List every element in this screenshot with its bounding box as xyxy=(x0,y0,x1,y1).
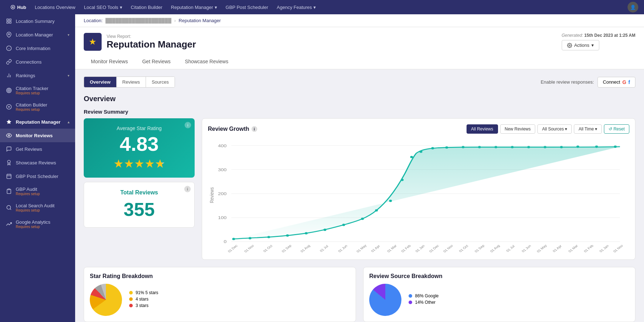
svg-text:200: 200 xyxy=(218,191,226,196)
review-summary-column: i Average Star Rating 4.83 ★★★★★★ i Tota… xyxy=(84,118,195,260)
chart-header: Review Growth i All Reviews New Reviews … xyxy=(208,124,629,134)
user-avatar[interactable]: 👤 xyxy=(628,2,638,13)
nav-agency-features[interactable]: Agency Features ▾ xyxy=(273,0,320,14)
svg-point-53 xyxy=(420,150,423,153)
nav-locations-overview[interactable]: Locations Overview xyxy=(30,0,79,14)
svg-text:01 Jul: 01 Jul xyxy=(319,244,329,252)
sub-tab-reviews[interactable]: Reviews xyxy=(117,77,146,87)
sidebar-item-citation-builder[interactable]: Citation Builder Requires setup xyxy=(0,99,75,115)
clipboard-icon xyxy=(6,188,12,194)
review-source-breakdown-card: Review Source Breakdown 86% Google 14% O… xyxy=(363,267,635,322)
connect-button[interactable]: Connect G f xyxy=(597,77,635,88)
tab-get-reviews[interactable]: Get Reviews xyxy=(135,55,177,69)
svg-point-59 xyxy=(511,146,514,148)
svg-point-27 xyxy=(7,205,11,209)
facebook-icon: f xyxy=(628,79,630,85)
chart-info-icon[interactable]: i xyxy=(252,126,257,132)
review-summary-label: Review Summary xyxy=(84,109,635,115)
svg-text:300: 300 xyxy=(218,167,226,172)
sidebar-item-monitor-reviews[interactable]: Monitor Reviews xyxy=(0,129,75,142)
plus-circle-icon xyxy=(6,104,12,110)
grid-icon xyxy=(6,18,12,24)
svg-point-6 xyxy=(8,34,10,35)
svg-point-45 xyxy=(305,232,308,234)
sidebar-item-reputation-manager[interactable]: Reputation Manager ▴ xyxy=(0,115,75,129)
sub-tabs-row: Overview Reviews Sources Enable review r… xyxy=(84,76,635,88)
svg-point-50 xyxy=(389,200,392,202)
inner-content: Overview Reviews Sources Enable review r… xyxy=(75,69,644,322)
svg-point-60 xyxy=(527,146,530,148)
svg-text:01 Nov: 01 Nov xyxy=(613,244,624,252)
svg-line-28 xyxy=(10,209,11,210)
sidebar-item-local-search-audit[interactable]: Local Search Audit Requires setup xyxy=(0,199,75,216)
sidebar-item-connections[interactable]: Connections xyxy=(0,55,75,69)
overview-section-title: Overview xyxy=(84,95,635,103)
all-time-btn[interactable]: All Time xyxy=(574,124,602,134)
svg-point-48 xyxy=(361,218,364,220)
svg-text:01 Sep: 01 Sep xyxy=(281,244,292,252)
total-reviews-card: i Total Reviews 355 xyxy=(84,182,195,228)
sidebar-item-get-reviews[interactable]: Get Reviews xyxy=(0,142,75,156)
generated-info: Generated: 15th Dec 2023 at 1:25 AM xyxy=(562,33,635,38)
svg-point-58 xyxy=(494,146,497,148)
svg-point-57 xyxy=(478,146,481,148)
tab-monitor-reviews[interactable]: Monitor Reviews xyxy=(84,55,135,69)
calendar-icon xyxy=(6,173,12,179)
sidebar-item-location-summary[interactable]: Location Summary xyxy=(0,14,75,28)
page-tabs: Monitor Reviews Get Reviews Showcase Rev… xyxy=(84,55,635,69)
svg-text:01 Aug: 01 Aug xyxy=(299,244,311,252)
svg-text:01 Feb: 01 Feb xyxy=(583,244,594,252)
sub-tab-overview[interactable]: Overview xyxy=(84,77,117,87)
svg-text:01 Oct: 01 Oct xyxy=(458,244,469,252)
total-reviews-info-icon[interactable]: i xyxy=(184,186,191,192)
nav-hub[interactable]: Hub xyxy=(6,0,30,14)
all-reviews-btn[interactable]: All Reviews xyxy=(467,124,498,134)
sidebar-item-citation-tracker[interactable]: Citation Tracker Requires setup xyxy=(0,82,75,99)
svg-text:01 Apr: 01 Apr xyxy=(370,244,381,252)
svg-text:01 Dec: 01 Dec xyxy=(428,244,440,252)
sidebar-item-location-manager[interactable]: Location Manager ▾ xyxy=(0,28,75,41)
svg-point-29 xyxy=(569,45,570,46)
nav-reputation-manager[interactable]: Reputation Manager ▾ xyxy=(167,0,221,14)
reset-btn[interactable]: ↺ Reset xyxy=(604,124,629,134)
star-breakdown-pie xyxy=(90,284,122,316)
new-reviews-btn[interactable]: New Reviews xyxy=(500,124,536,134)
svg-point-63 xyxy=(576,145,579,148)
sub-tabs: Overview Reviews Sources xyxy=(84,76,175,88)
message-icon xyxy=(6,146,12,152)
nav-gbp-post-scheduler[interactable]: GBP Post Scheduler xyxy=(221,0,273,14)
sub-tab-sources[interactable]: Sources xyxy=(146,77,175,87)
svg-point-62 xyxy=(560,146,563,148)
sidebar-item-rankings[interactable]: Rankings ▾ xyxy=(0,69,75,82)
nav-local-seo-tools[interactable]: Local SEO Tools ▾ xyxy=(80,0,127,14)
svg-marker-19 xyxy=(6,119,11,124)
info-icon xyxy=(6,45,12,51)
svg-text:01 Jun: 01 Jun xyxy=(337,244,348,252)
chart-controls: All Reviews New Reviews All Sources All … xyxy=(467,124,629,134)
review-growth-chart-panel: Review Growth i All Reviews New Reviews … xyxy=(202,118,635,260)
svg-point-56 xyxy=(462,146,464,148)
tab-showcase-reviews[interactable]: Showcase Reviews xyxy=(178,55,235,69)
top-navigation: Hub Locations Overview Local SEO Tools ▾… xyxy=(0,0,644,14)
nav-citation-builder[interactable]: Citation Builder xyxy=(127,0,167,14)
sidebar-item-showcase-reviews[interactable]: Showcase Reviews xyxy=(0,156,75,169)
sidebar-item-gbp-post-scheduler[interactable]: GBP Post Scheduler xyxy=(0,169,75,183)
svg-point-0 xyxy=(12,6,14,8)
svg-point-20 xyxy=(8,135,10,136)
all-sources-btn[interactable]: All Sources xyxy=(537,124,572,134)
svg-text:01 Mar: 01 Mar xyxy=(567,244,579,252)
svg-rect-22 xyxy=(7,174,11,179)
avg-rating-info-icon[interactable]: i xyxy=(185,122,191,128)
overview-grid: i Average Star Rating 4.83 ★★★★★★ i Tota… xyxy=(84,118,635,260)
sidebar-item-core-information[interactable]: Core Information xyxy=(0,41,75,55)
search-icon xyxy=(6,204,12,211)
svg-text:01 Jan: 01 Jan xyxy=(599,244,610,252)
actions-button[interactable]: Actions ▾ xyxy=(562,40,600,50)
svg-text:01 Oct: 01 Oct xyxy=(262,244,273,252)
reputation-manager-icon: ★ xyxy=(84,33,102,51)
star-rating-display: ★★★★★★ xyxy=(113,157,165,170)
svg-point-44 xyxy=(286,234,289,237)
sidebar-item-google-analytics[interactable]: Google Analytics Requires setup xyxy=(0,216,75,232)
sidebar-item-gbp-audit[interactable]: GBP Audit Requires setup xyxy=(0,183,75,199)
svg-rect-5 xyxy=(9,21,11,23)
